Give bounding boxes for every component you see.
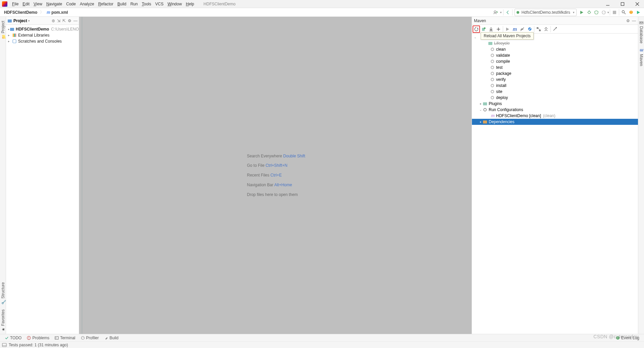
maven-run-configs: ⌄Run Configurations: [472, 107, 638, 113]
svg-point-42: [491, 54, 494, 57]
menu-analyze[interactable]: Analyze: [78, 1, 96, 7]
menu-edit[interactable]: Edit: [20, 1, 32, 7]
execute-goal-icon[interactable]: m: [511, 26, 519, 33]
run-icon[interactable]: [578, 9, 585, 16]
menu-refactor[interactable]: Refactor: [96, 1, 115, 7]
menu-run[interactable]: Run: [128, 1, 140, 7]
breadcrumb: HDFSClientDemo 〉 m pom.xml ▾ HdfsClientD…: [0, 8, 644, 17]
reload-icon[interactable]: [473, 26, 480, 33]
gear-icon[interactable]: ⚙: [68, 18, 71, 23]
svg-point-43: [491, 60, 494, 63]
tab-favorites[interactable]: ★Favorites: [0, 307, 6, 334]
tab-database[interactable]: 🗄Database: [638, 18, 644, 46]
show-deps-icon[interactable]: [535, 26, 542, 33]
tree-expander[interactable]: ▸: [8, 34, 12, 37]
svg-line-12: [604, 12, 605, 12]
add-icon[interactable]: [495, 26, 502, 33]
tree-row-project-root: ▸ HDFSClientDemo C:\Users\LENOVO: [6, 26, 79, 32]
scratch-icon: [12, 39, 17, 44]
collapse-icon[interactable]: ⇱: [62, 18, 66, 23]
tab-structure[interactable]: 🔧Structure: [0, 280, 6, 307]
gear-icon: [483, 107, 487, 112]
hide-icon[interactable]: —: [73, 18, 77, 23]
hide-icon[interactable]: —: [632, 18, 636, 23]
lifecycle-test: test: [472, 64, 638, 70]
window-minimize[interactable]: [603, 1, 612, 7]
toggle-offline-icon[interactable]: [519, 26, 526, 33]
search-icon[interactable]: [620, 9, 627, 16]
left-tool-gutter: 📁Project 🔧Structure ★Favorites: [0, 17, 6, 334]
svg-marker-25: [477, 28, 478, 29]
gear-icon: [490, 95, 495, 100]
window-title: HDFSClientDemo: [204, 2, 235, 6]
locate-icon[interactable]: ⊚: [52, 18, 55, 23]
run-config-dropdown[interactable]: HdfsClientDemo.testMkdirs: [515, 9, 577, 16]
tab-project[interactable]: 📁Project: [0, 18, 6, 41]
menu-view[interactable]: View: [32, 1, 44, 7]
update-icon[interactable]: !: [627, 9, 635, 16]
tab-build[interactable]: Build: [102, 336, 121, 340]
play-all-icon[interactable]: [635, 9, 642, 16]
menu-build[interactable]: Build: [115, 1, 128, 7]
debug-icon[interactable]: [585, 9, 593, 16]
svg-rect-24: [13, 40, 16, 43]
menu-tools[interactable]: Tools: [140, 1, 153, 7]
settings-icon[interactable]: [551, 26, 559, 33]
right-tool-gutter: 🗄Database mMaven: [638, 17, 644, 334]
window-close[interactable]: [633, 1, 642, 7]
breadcrumb-file[interactable]: m pom.xml: [45, 9, 70, 15]
svg-rect-20: [10, 28, 14, 31]
menu-window[interactable]: Window: [165, 1, 184, 7]
collapse-all-icon[interactable]: [542, 26, 550, 33]
menubar: File Edit View Navigate Code Analyze Ref…: [0, 0, 644, 8]
svg-rect-23: [15, 34, 16, 37]
project-panel-header: Project ▾ ⊚ ⇲ ⇱ ⚙ —: [6, 17, 79, 25]
menu-help[interactable]: Help: [184, 1, 196, 7]
expand-icon[interactable]: ⇲: [57, 18, 60, 23]
download-icon[interactable]: [487, 26, 495, 33]
maven-tree[interactable]: ⌄ Lifecycle clean validate compile test …: [472, 34, 638, 334]
menu-file[interactable]: File: [10, 1, 20, 7]
tab-problems[interactable]: Problems: [24, 336, 52, 340]
maven-panel-header: Maven ⚙ —: [472, 17, 638, 25]
back-icon[interactable]: [504, 9, 512, 16]
skip-tests-icon[interactable]: [526, 26, 533, 33]
status-text: Tests passed: 1 (31 minutes ago): [9, 343, 68, 347]
svg-marker-18: [637, 11, 640, 14]
tree-expander[interactable]: ⌄: [473, 36, 477, 39]
tab-todo[interactable]: TODO: [2, 336, 24, 340]
window-maximize[interactable]: [618, 1, 627, 7]
generate-sources-icon[interactable]: [480, 26, 487, 33]
maven-dependencies: ▸Dependencies: [472, 119, 638, 125]
lifecycle-validate: validate: [472, 52, 638, 58]
svg-point-49: [491, 96, 494, 99]
editor-empty[interactable]: Search Everywhere Double Shift Go to Fil…: [79, 17, 472, 334]
coverage-icon[interactable]: [593, 9, 600, 16]
menu-vcs[interactable]: VCS: [153, 1, 166, 7]
folder-icon: [483, 101, 487, 106]
stop-icon[interactable]: [611, 9, 618, 16]
tab-terminal[interactable]: Terminal: [52, 336, 78, 340]
menu-code[interactable]: Code: [64, 1, 78, 7]
run-maven-icon[interactable]: [504, 26, 511, 33]
svg-rect-1: [621, 2, 624, 5]
tree-expander[interactable]: ▸: [8, 40, 12, 43]
svg-line-59: [83, 337, 84, 338]
breadcrumb-root[interactable]: HDFSClientDemo: [2, 9, 39, 15]
event-log[interactable]: iEvent Log: [613, 336, 642, 340]
maven-run-item: mHDFSClientDemo [clean] (clean): [472, 113, 638, 119]
project-panel-title[interactable]: Project: [13, 18, 27, 23]
tab-profiler[interactable]: Profiler: [78, 336, 102, 340]
svg-point-7: [588, 11, 590, 14]
tab-maven[interactable]: mMaven: [638, 46, 644, 69]
add-config-icon[interactable]: [492, 9, 499, 16]
svg-rect-21: [13, 34, 14, 37]
maven-title: Maven: [474, 18, 486, 23]
profile-icon[interactable]: [600, 9, 607, 16]
menu-navigate[interactable]: Navigate: [44, 1, 64, 7]
svg-point-27: [484, 27, 486, 29]
gear-icon[interactable]: ⚙: [626, 18, 630, 23]
project-tree[interactable]: ▸ HDFSClientDemo C:\Users\LENOVO ▸ Exter…: [6, 25, 79, 334]
svg-point-14: [622, 11, 624, 13]
svg-point-51: [484, 108, 486, 111]
